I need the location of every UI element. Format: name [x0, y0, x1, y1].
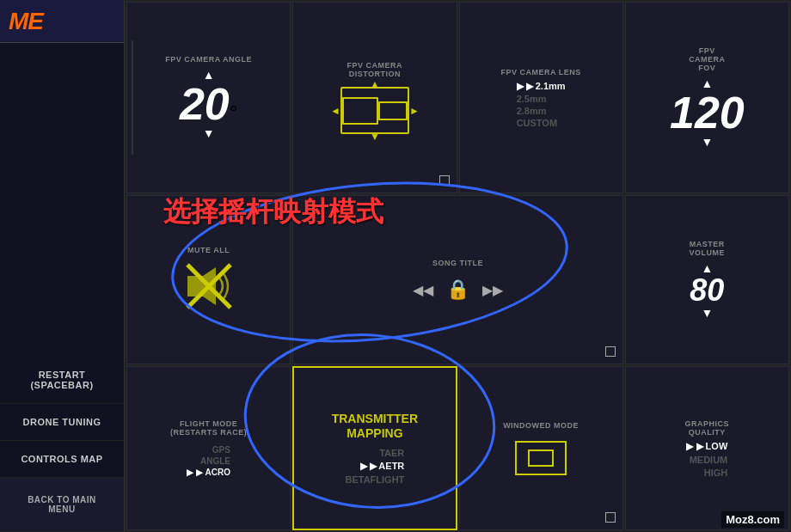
song-controls: ◀◀ 🔒 ▶▶ — [413, 278, 503, 301]
transmitter-mapping-label: TRANSMITTERMAPPING — [332, 412, 418, 441]
lens-option-2-5mm[interactable]: 2.5mm — [517, 94, 547, 104]
watermark: Moz8.com — [721, 511, 784, 528]
window-outer — [515, 441, 567, 475]
windowed-mode-cell: WINDOWED MODE — [459, 366, 623, 530]
lens-options-list: ▶ 2.1mm 2.5mm 2.8mm CUSTOM — [517, 81, 566, 128]
logo-area: ME — [0, 0, 124, 43]
fpv-camera-fov-cell: FPVCAMERAFOV ▲ 120 ▼ — [625, 2, 789, 193]
transmitter-options: TAER ▶ AETR BETAFLIGHT — [345, 448, 404, 485]
sidebar-item-controls-map[interactable]: CONTROLS MAP — [0, 441, 124, 478]
fpv-camera-fov-value: 120 — [670, 90, 745, 135]
fpv-camera-distortion-cell: FPV CAMERADISTORTION ◄ ► ▲ ▼ — [292, 2, 457, 193]
trans-option-taer[interactable]: TAER — [379, 448, 404, 458]
prev-track-button[interactable]: ◀◀ — [413, 282, 433, 298]
transmitter-mapping-cell: TRANSMITTERMAPPING TAER ▶ AETR BETAFLIGH… — [292, 366, 457, 530]
lock-icon[interactable]: 🔒 — [446, 278, 469, 301]
settings-grid: FPV CAMERA ANGLE ▲ 20 ° ▼ FPV CAMERADIST… — [125, 0, 791, 532]
graphics-quality-label: GRAPHICSQUALITY — [685, 419, 730, 437]
fpv-camera-angle-label: FPV CAMERA ANGLE — [165, 55, 252, 64]
flight-mode-label: FLIGHT MODE(RESTARTS RACE) — [170, 419, 247, 437]
flight-mode-options: GPS ANGLE ▶ ACRO — [187, 445, 230, 477]
distortion-checkbox[interactable] — [439, 175, 450, 186]
flight-mode-angle[interactable]: ANGLE — [200, 456, 230, 466]
fpv-lens-label: FPV CAMERA LENS — [501, 68, 581, 76]
graphics-option-low[interactable]: ▶ LOW — [686, 441, 727, 452]
fpv-fov-down-arrow[interactable]: ▼ — [701, 135, 713, 149]
song-title-label: SONG TITLE — [432, 259, 483, 267]
mute-all-label: MUTE ALL — [187, 246, 230, 254]
song-title-cell: SONG TITLE ◀◀ 🔒 ▶▶ — [292, 195, 623, 364]
mute-speaker-svg — [183, 260, 235, 312]
fpv-camera-angle-value: 20 — [180, 82, 230, 126]
distortion-right-arrow: ► — [409, 105, 420, 117]
next-track-button[interactable]: ▶▶ — [482, 282, 503, 298]
lens-option-2-1mm[interactable]: ▶ 2.1mm — [517, 81, 566, 92]
fpv-camera-lens-cell: FPV CAMERA LENS ▶ 2.1mm 2.5mm 2.8mm CUST… — [459, 2, 623, 193]
master-volume-label: MASTERVOLUME — [690, 240, 726, 257]
lens-option-custom[interactable]: CUSTOM — [517, 118, 557, 128]
volume-down-arrow[interactable]: ▼ — [701, 306, 713, 320]
sidebar-item-drone-tuning[interactable]: DRONE TUNING — [0, 404, 124, 441]
trans-option-aetr[interactable]: ▶ AETR — [360, 461, 405, 472]
flight-mode-gps[interactable]: GPS — [212, 445, 230, 455]
song-checkbox[interactable] — [605, 346, 616, 357]
master-volume-value: 80 — [690, 275, 724, 306]
flight-mode-cell: FLIGHT MODE(RESTARTS RACE) GPS ANGLE ▶ A… — [126, 366, 291, 530]
graphics-quality-cell: GRAPHICSQUALITY ▶ LOW MEDIUM HIGH — [625, 366, 789, 530]
windowed-mode-label: WINDOWED MODE — [503, 421, 579, 430]
main-container: ME RESTART(SPACEBAR) DRONE TUNING CONTRO… — [0, 0, 791, 532]
window-inner — [528, 449, 554, 467]
mute-all-cell: MUTE ALL — [126, 195, 291, 364]
graphics-option-high[interactable]: HIGH — [704, 468, 728, 478]
degree-symbol: ° — [230, 101, 238, 125]
master-volume-cell: MASTERVOLUME ▲ 80 ▼ — [625, 195, 789, 364]
sidebar-item-restart[interactable]: RESTART(SPACEBAR) — [0, 357, 124, 404]
sidebar: ME RESTART(SPACEBAR) DRONE TUNING CONTRO… — [0, 0, 125, 532]
graphics-option-medium[interactable]: MEDIUM — [690, 455, 728, 465]
trans-option-betaflight[interactable]: BETAFLIGHT — [345, 474, 404, 485]
graphics-options: ▶ LOW MEDIUM HIGH — [686, 441, 727, 478]
flight-mode-acro[interactable]: ▶ ACRO — [187, 468, 230, 477]
fpv-angle-down-arrow[interactable]: ▼ — [203, 126, 215, 140]
app-logo: ME — [9, 8, 43, 35]
lens-option-2-8mm[interactable]: 2.8mm — [517, 106, 547, 116]
fpv-distortion-label: FPV CAMERADISTORTION — [347, 61, 403, 78]
distortion-icon: ◄ ► ▲ ▼ — [340, 87, 409, 134]
fpv-camera-angle-cell: FPV CAMERA ANGLE ▲ 20 ° ▼ — [126, 2, 291, 193]
fpv-fov-label: FPVCAMERAFOV — [689, 46, 726, 72]
distortion-left-arrow: ◄ — [330, 105, 340, 117]
windowed-checkbox[interactable] — [605, 512, 616, 523]
sidebar-item-back-main[interactable]: BACK TO MAINMENU — [0, 478, 124, 532]
mute-icon[interactable] — [181, 259, 236, 315]
distortion-top-arrow: ▲ — [370, 78, 380, 90]
distortion-bottom-arrow: ▼ — [370, 131, 380, 143]
windowed-mode-icon[interactable] — [515, 441, 567, 475]
